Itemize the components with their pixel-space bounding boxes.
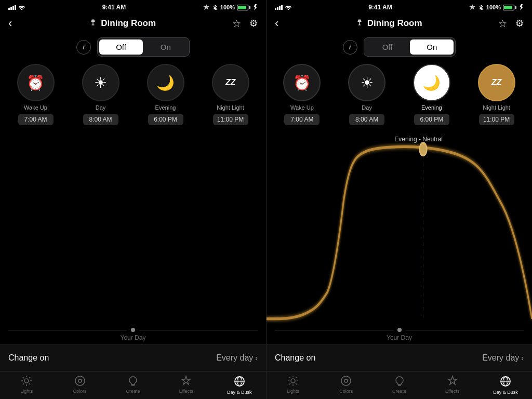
toggle-on-right[interactable]: On <box>410 39 454 55</box>
tab-effects-right[interactable]: Effects <box>426 375 479 395</box>
svg-marker-15 <box>182 376 190 384</box>
scene-day-right[interactable]: ☀ Day 8:00 AM <box>338 64 395 125</box>
tab-create-label-right: Create <box>392 389 406 394</box>
daydusk-icon-right <box>499 375 512 388</box>
scene-label-wakeup-left: Wake Up <box>24 104 47 111</box>
chart-svg-right <box>267 129 532 328</box>
svg-point-21 <box>419 143 427 155</box>
status-bar-right: 9:41 AM 100% <box>267 0 532 15</box>
scene-evening-left[interactable]: 🌙 Evening 6:00 PM <box>137 64 194 125</box>
bottom-section-right: Change on Every day › <box>267 344 532 371</box>
svg-line-11 <box>29 377 30 378</box>
change-on-right-left[interactable]: Every day › <box>216 353 258 363</box>
tab-lights-right[interactable]: Lights <box>267 375 320 395</box>
change-on-label-right: Change on <box>275 353 315 363</box>
bluetooth-icon-right <box>478 5 484 10</box>
tab-daydusk-right[interactable]: Day & Dusk <box>479 375 532 395</box>
tab-colors-label-left: Colors <box>73 389 87 394</box>
toggle-switch-right[interactable]: Off On <box>364 37 456 57</box>
scene-icon-wakeup-left: ⏰ <box>17 64 55 101</box>
toggle-on-left[interactable]: On <box>144 39 188 55</box>
svg-point-3 <box>24 379 29 383</box>
tab-lights-label-left: Lights <box>20 389 33 394</box>
tab-colors-left[interactable]: Colors <box>53 375 106 395</box>
toggle-off-right[interactable]: Off <box>366 39 409 55</box>
tab-effects-left[interactable]: Effects <box>159 375 212 395</box>
your-day-left <box>0 328 266 334</box>
scene-label-evening-left: Evening <box>155 104 176 111</box>
lamp-icon-left <box>88 19 98 28</box>
toggle-off-left[interactable]: Off <box>99 39 143 55</box>
lights-icon-left <box>20 375 33 387</box>
time-left: 9:41 AM <box>102 4 126 11</box>
tab-lights-left[interactable]: Lights <box>0 375 53 395</box>
scene-evening-right[interactable]: 🌙 Evening 6:00 PM <box>403 64 460 125</box>
lights-icon-right <box>287 375 299 387</box>
svg-point-23 <box>291 379 295 383</box>
favorite-button-left[interactable]: ☆ <box>232 18 241 30</box>
info-button-right[interactable]: i <box>343 40 357 55</box>
change-on-right-right[interactable]: Every day › <box>482 353 524 363</box>
signal-bars-right <box>275 5 283 10</box>
chart-container-left <box>0 129 266 328</box>
effects-icon-left <box>180 375 192 387</box>
charging-icon-right <box>518 4 524 10</box>
chevron-right-left: › <box>255 354 258 362</box>
back-button-right[interactable]: ‹ <box>275 17 278 30</box>
scene-nightlight-left[interactable]: ZZ Night Light 11:00 PM <box>202 64 259 125</box>
svg-point-20 <box>358 24 361 25</box>
tab-colors-right[interactable]: Colors <box>320 375 373 395</box>
svg-point-2 <box>91 24 95 25</box>
your-day-label-left: Your Day <box>0 334 266 344</box>
toggle-switch-left[interactable]: Off On <box>97 37 190 57</box>
battery-percent-right: 100% <box>486 4 501 10</box>
tab-effects-label-right: Effects <box>445 389 459 394</box>
scenes-row-right: ⏰ Wake Up 7:00 AM ☀ Day 8:00 AM 🌙 Evenin… <box>267 60 532 129</box>
header-title-left: Dining Room <box>88 18 156 29</box>
create-icon-right <box>393 375 406 387</box>
tab-bar-right: Lights Colors Create Effects <box>267 371 532 399</box>
tab-create-right[interactable]: Create <box>373 375 425 395</box>
settings-button-left[interactable]: ⚙ <box>249 18 258 29</box>
svg-point-32 <box>341 376 351 385</box>
scene-nightlight-right[interactable]: ZZ Night Light 11:00 PM <box>468 64 525 125</box>
scene-wakeup-right[interactable]: ⏰ Wake Up 7:00 AM <box>273 64 330 125</box>
room-title-right: Dining Room <box>367 18 422 29</box>
scene-wakeup-left[interactable]: ⏰ Wake Up 7:00 AM <box>7 64 64 125</box>
info-button-left[interactable]: i <box>76 40 91 55</box>
your-day-line2-left <box>139 330 258 330</box>
battery-icon-left <box>237 5 250 10</box>
tab-colors-label-right: Colors <box>339 389 353 394</box>
header-left: ‹ Dining Room ☆ ⚙ <box>0 15 266 34</box>
scene-time-wakeup-right: 7:00 AM <box>284 114 320 125</box>
scene-time-evening-left: 6:00 PM <box>148 114 183 125</box>
scene-label-day-right: Day <box>362 104 372 111</box>
left-phone-panel: 9:41 AM 100% ‹ <box>0 0 266 399</box>
header-actions-left: ☆ ⚙ <box>232 18 258 30</box>
tab-lights-label-right: Lights <box>287 389 299 394</box>
header-title-right: Dining Room <box>355 18 422 29</box>
back-button-left[interactable]: ‹ <box>8 17 12 30</box>
svg-line-30 <box>289 383 290 384</box>
chart-area-left: Your Day <box>0 129 266 344</box>
favorite-button-right[interactable]: ☆ <box>498 18 507 30</box>
your-day-dot-left <box>131 328 135 332</box>
signal-area-right <box>275 5 292 10</box>
your-day-label-right: Your Day <box>267 334 532 344</box>
settings-button-right[interactable]: ⚙ <box>515 18 524 29</box>
scene-time-nightlight-right: 11:00 PM <box>479 114 514 125</box>
tab-create-left[interactable]: Create <box>107 375 159 395</box>
location-icon-right <box>469 4 476 10</box>
scene-time-day-left: 8:00 AM <box>83 114 118 125</box>
tab-daydusk-label-right: Day & Dusk <box>493 390 518 395</box>
scene-label-evening-right: Evening <box>421 104 442 111</box>
tab-daydusk-left[interactable]: Day & Dusk <box>213 375 266 395</box>
header-actions-right: ☆ ⚙ <box>498 18 524 30</box>
scene-time-evening-right: 6:00 PM <box>414 114 449 125</box>
chart-area-right: Evening - Neutral <box>267 129 532 344</box>
scene-icon-evening-left: 🌙 <box>147 64 184 101</box>
scene-day-left[interactable]: ☀ Day 8:00 AM <box>72 64 129 125</box>
svg-point-12 <box>75 376 85 385</box>
svg-line-29 <box>296 383 297 384</box>
tab-effects-label-left: Effects <box>179 389 193 394</box>
